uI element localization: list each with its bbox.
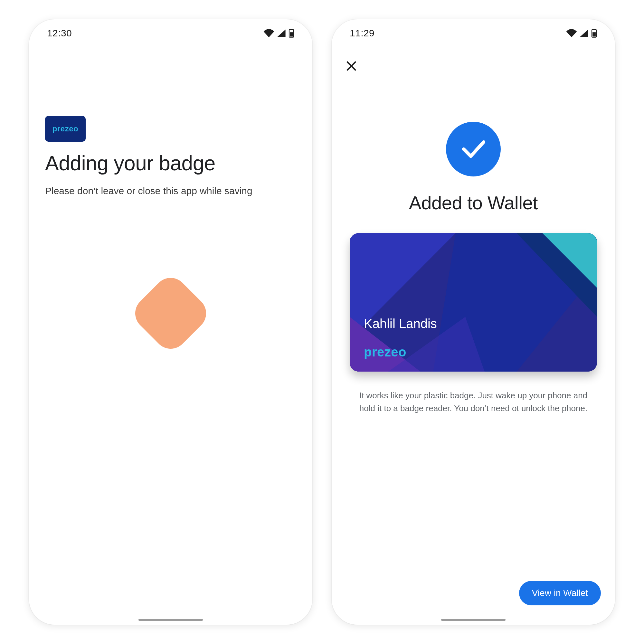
- status-bar: 12:30: [29, 19, 312, 47]
- status-time: 11:29: [350, 28, 374, 39]
- svg-rect-5: [592, 32, 596, 36]
- help-text: It works like your plastic badge. Just w…: [354, 389, 592, 415]
- stage: 12:30 pr: [0, 0, 644, 644]
- status-icons: [566, 29, 597, 38]
- status-bar: 11:29: [332, 19, 615, 47]
- cellular-icon: [277, 29, 286, 37]
- gesture-handle: [138, 619, 203, 621]
- close-button[interactable]: [345, 59, 358, 73]
- battery-icon: [591, 29, 597, 38]
- loading-spinner-icon: [128, 271, 213, 355]
- wifi-icon: [263, 29, 274, 37]
- view-in-wallet-button[interactable]: View in Wallet: [519, 581, 601, 605]
- success-badge: [446, 122, 501, 176]
- cardholder-name: Kahlil Landis: [364, 317, 437, 331]
- status-time: 12:30: [47, 28, 72, 39]
- wifi-icon: [566, 29, 577, 37]
- check-icon: [458, 133, 489, 165]
- phone-added-to-wallet: 11:29: [332, 19, 615, 625]
- page-subtitle: Please don’t leave or close this app whi…: [45, 185, 252, 196]
- phone-adding-badge: 12:30 pr: [29, 19, 312, 625]
- badge-card: Kahlil Landis prezeo: [350, 233, 597, 372]
- page-title: Adding your badge: [45, 151, 215, 175]
- brand-chip-label: prezeo: [52, 124, 78, 133]
- cellular-icon: [580, 29, 589, 37]
- gesture-handle: [441, 619, 506, 621]
- close-icon: [345, 68, 358, 74]
- svg-rect-2: [290, 32, 293, 36]
- battery-icon: [289, 29, 294, 38]
- status-icons: [263, 29, 294, 38]
- page-title: Added to Wallet: [332, 192, 615, 213]
- brand-chip: prezeo: [45, 116, 86, 142]
- card-brand-label: prezeo: [364, 345, 406, 359]
